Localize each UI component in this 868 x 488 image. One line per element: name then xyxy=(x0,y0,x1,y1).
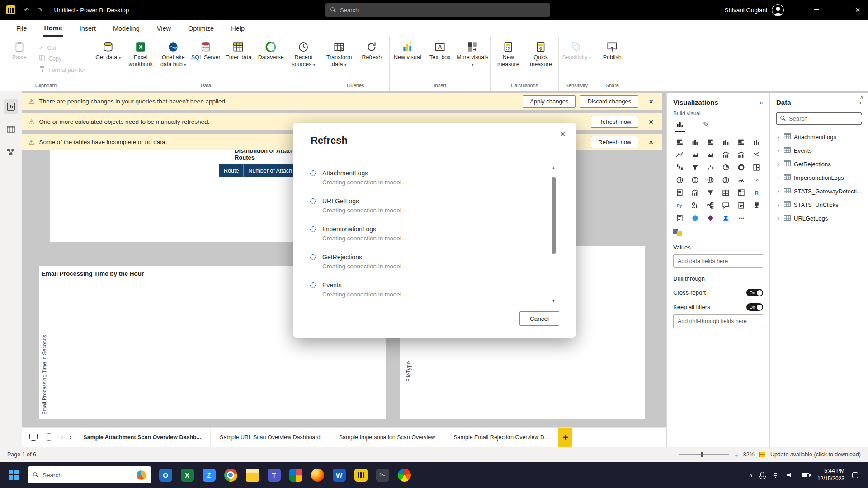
scrollbar-track[interactable] xyxy=(550,171,557,298)
values-field-well[interactable]: Add data fields here xyxy=(673,254,763,268)
zoom-slider[interactable] xyxy=(679,454,729,455)
line-chart-icon[interactable] xyxy=(673,150,686,160)
data-field-row[interactable]: › GetRejections xyxy=(776,157,862,171)
stacked-column-chart-icon[interactable] xyxy=(689,137,701,147)
kpi-icon[interactable] xyxy=(689,188,701,198)
teams-icon[interactable]: T xyxy=(263,464,285,486)
dataverse-button[interactable]: Dataverse xyxy=(255,40,287,61)
text-box-button[interactable]: A Text box xyxy=(424,40,456,61)
clock[interactable]: 5:44 PM 12/15/2023 xyxy=(817,467,844,483)
menu-help[interactable]: Help xyxy=(230,21,245,36)
chevron-right-icon[interactable]: › xyxy=(777,174,781,181)
new-measure-button[interactable]: New measure xyxy=(492,40,524,68)
close-icon[interactable]: ✕ xyxy=(646,97,656,106)
close-icon[interactable]: ✕ xyxy=(646,117,656,127)
multi-row-card-icon[interactable] xyxy=(673,188,686,198)
data-field-row[interactable]: › URLGetLogs xyxy=(776,211,862,225)
format-painter-button[interactable]: Format painter xyxy=(39,66,85,74)
cut-button[interactable]: ✂Cut xyxy=(39,44,85,51)
onelake-data-hub-button[interactable]: OneLake data hub ▾ xyxy=(157,40,189,68)
maximize-button[interactable] xyxy=(826,0,847,20)
qa-visual-icon[interactable] xyxy=(719,200,732,211)
cross-report-toggle[interactable]: On xyxy=(746,289,763,296)
close-icon[interactable]: ✕ xyxy=(557,128,568,140)
more-visuals-button[interactable]: More visuals ▾ xyxy=(456,40,489,68)
refresh-button[interactable]: Refresh xyxy=(355,40,388,61)
data-field-label[interactable]: Events xyxy=(794,147,812,154)
more-options-icon[interactable]: ⋯ xyxy=(735,213,748,223)
taskbar-search-box[interactable] xyxy=(28,466,151,483)
chevron-right-icon[interactable]: › xyxy=(777,188,781,195)
build-visual-tab[interactable] xyxy=(675,119,685,132)
dialog-scrollbar[interactable]: ▲ ▼ xyxy=(550,165,557,304)
arcgis-map-icon[interactable] xyxy=(689,213,701,223)
publish-button[interactable]: Publish xyxy=(596,40,628,61)
bing-highlight-icon[interactable] xyxy=(137,470,146,480)
collapse-ribbon-icon[interactable]: ∧ xyxy=(860,94,863,100)
menu-insert[interactable]: Insert xyxy=(79,21,97,36)
undo-icon[interactable]: ↶ xyxy=(24,6,29,14)
100-stacked-bar-chart-icon[interactable] xyxy=(735,137,748,147)
wifi-icon[interactable] xyxy=(772,472,779,478)
apply-changes-button[interactable]: Apply changes xyxy=(523,95,576,108)
smart-narrative-icon[interactable] xyxy=(735,200,748,211)
snipping-tool-icon[interactable]: ✂ xyxy=(372,464,393,486)
matrix-icon[interactable] xyxy=(735,188,748,198)
avatar[interactable] xyxy=(772,4,784,16)
menu-home[interactable]: Home xyxy=(43,21,63,37)
new-visual-button[interactable]: New visual xyxy=(391,40,424,61)
notifications-icon[interactable] xyxy=(852,472,858,478)
menu-modeling[interactable]: Modeling xyxy=(112,21,141,36)
zoom-icon[interactable]: Z xyxy=(198,464,220,486)
new-page-button[interactable]: + xyxy=(558,428,572,447)
chevron-right-icon[interactable]: › xyxy=(777,160,781,168)
line-and-clustered-column-chart-icon[interactable] xyxy=(735,150,748,160)
table-view-button[interactable] xyxy=(4,122,18,136)
data-field-label[interactable]: STATS_GatewayDetecti... xyxy=(794,188,862,195)
outlook-icon[interactable]: O xyxy=(155,464,176,486)
data-search-input[interactable] xyxy=(789,115,868,122)
data-field-row[interactable]: › STATS_UrlClicks xyxy=(776,198,862,211)
100-stacked-column-chart-icon[interactable] xyxy=(750,137,763,147)
scroll-up-icon[interactable]: ▲ xyxy=(552,165,556,171)
power-apps-icon[interactable] xyxy=(704,213,717,223)
scatter-chart-icon[interactable] xyxy=(704,162,717,173)
close-icon[interactable]: ✕ xyxy=(646,138,656,147)
zoom-out-button[interactable]: − xyxy=(670,451,675,459)
scrollbar-thumb[interactable] xyxy=(552,177,556,254)
chevron-right-icon[interactable]: › xyxy=(777,147,781,154)
keep-all-filters-toggle[interactable]: On xyxy=(746,303,763,311)
chrome-icon[interactable] xyxy=(220,464,241,486)
python-icon[interactable]: Py xyxy=(673,200,686,211)
cancel-button[interactable]: Cancel xyxy=(519,311,559,326)
sensitivity-button[interactable]: Sensitivity ▾ xyxy=(560,40,593,61)
gauge-icon[interactable] xyxy=(735,175,748,185)
power-bi-icon[interactable] xyxy=(350,464,372,486)
data-field-row[interactable]: › AttachmentLogs xyxy=(776,130,862,144)
scroll-down-icon[interactable]: ▼ xyxy=(552,298,556,304)
update-link[interactable]: Update available (click to download) xyxy=(770,451,861,458)
ribbon-chart-icon[interactable] xyxy=(750,150,763,160)
paint-icon[interactable] xyxy=(393,464,415,486)
close-button[interactable]: ✕ xyxy=(847,0,868,20)
waterfall-chart-icon[interactable] xyxy=(673,162,686,173)
paginated-report-icon[interactable] xyxy=(673,213,686,223)
funnel-chart-icon[interactable] xyxy=(689,162,701,173)
clustered-bar-chart-icon[interactable] xyxy=(704,137,717,147)
excel-icon[interactable]: X xyxy=(176,464,198,486)
data-field-label[interactable]: URLGetLogs xyxy=(794,215,828,222)
microphone-icon[interactable] xyxy=(760,472,764,477)
global-search-input[interactable] xyxy=(340,7,545,14)
chevron-right-icon[interactable]: › xyxy=(777,201,781,208)
decomposition-tree-icon[interactable] xyxy=(704,200,717,211)
table-icon[interactable] xyxy=(719,188,732,198)
previous-page-arrow[interactable]: ‹ xyxy=(58,428,66,447)
show-hidden-icons-icon[interactable]: ∧ xyxy=(749,472,753,478)
page-tab-4[interactable]: Sample Email Rejection Overview D... xyxy=(444,428,558,447)
battery-icon[interactable] xyxy=(802,473,810,477)
collapse-panel-icon[interactable]: » xyxy=(760,99,763,106)
stacked-bar-chart-icon[interactable] xyxy=(673,137,686,147)
refresh-now-button[interactable]: Refresh now xyxy=(591,116,638,128)
overlay-squares-icon[interactable] xyxy=(673,229,685,237)
discard-changes-button[interactable]: Discard changes xyxy=(580,95,638,108)
